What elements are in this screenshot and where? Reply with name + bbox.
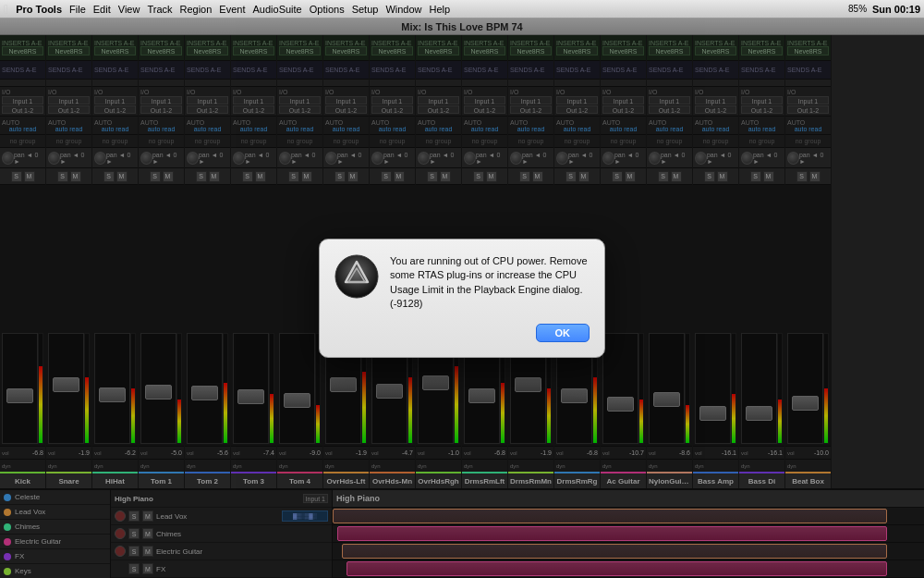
menu-options[interactable]: Options <box>310 4 345 15</box>
menu-event[interactable]: Event <box>219 4 245 15</box>
dialog-app-icon <box>334 254 379 301</box>
dialog-overlay: You are running out of CPU power. Remove… <box>0 18 924 578</box>
menu-edit[interactable]: Edit <box>93 4 111 15</box>
menu-setup[interactable]: Setup <box>352 4 379 15</box>
apple-menu[interactable]:  <box>4 2 8 17</box>
app-name-menu[interactable]: Pro Tools <box>16 4 62 15</box>
menu-region[interactable]: Region <box>180 4 213 15</box>
menu-track[interactable]: Track <box>147 4 172 15</box>
menu-window[interactable]: Window <box>385 4 421 15</box>
dialog-message: You are running out of CPU power. Remove… <box>390 254 590 312</box>
menu-view[interactable]: View <box>118 4 140 15</box>
menu-file[interactable]: File <box>69 4 86 15</box>
dialog-buttons: OK <box>334 324 590 342</box>
menubar:  Pro Tools File Edit View Track Region … <box>0 0 924 18</box>
battery-indicator: 85% <box>848 4 867 14</box>
time-display: Sun 00:19 <box>872 4 920 15</box>
dialog-content: You are running out of CPU power. Remove… <box>334 254 590 312</box>
menu-audiosuite[interactable]: AudioSuite <box>253 4 302 15</box>
menu-help[interactable]: Help <box>430 4 451 15</box>
dialog-ok-button[interactable]: OK <box>536 324 590 342</box>
cpu-warning-dialog: You are running out of CPU power. Remove… <box>319 239 605 359</box>
